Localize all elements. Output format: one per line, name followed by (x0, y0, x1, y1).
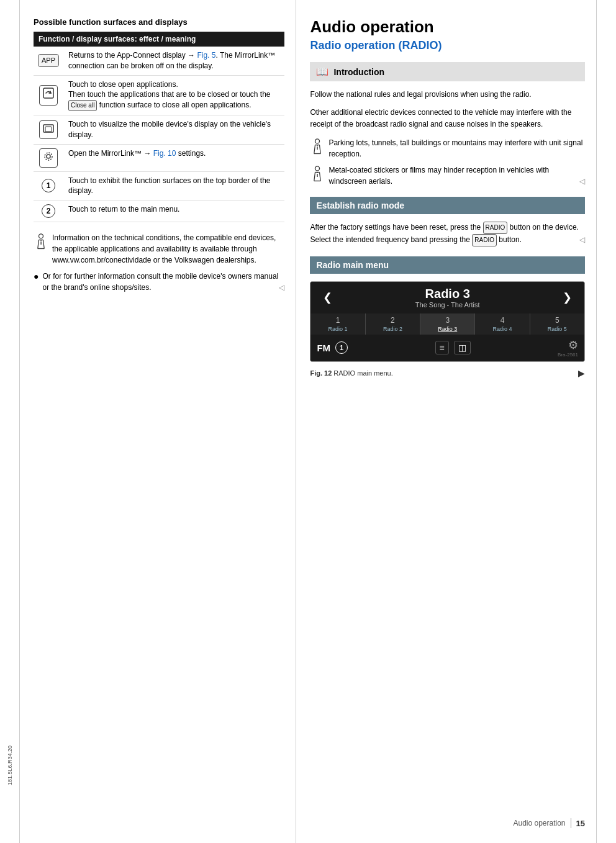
footer-page-number: 15 (576, 819, 585, 828)
table-header: Function / display surfaces: effect / me… (34, 32, 284, 47)
info-block: i Information on the technical condition… (34, 232, 284, 266)
row-text-gear: Open the MirrorLink™ → Fig. 10 settings. (63, 144, 284, 171)
footer-divider (571, 818, 571, 828)
right-column: Audio operation Radio operation (RADIO) … (296, 0, 596, 843)
fig-description: RADIO main menu. (333, 369, 392, 377)
svg-line-15 (320, 145, 321, 153)
left-column: Possible function surfaces and displays … (20, 0, 296, 843)
svg-point-17 (315, 166, 320, 170)
right-margin (596, 0, 616, 843)
left-section-title: Possible function surfaces and displays (34, 17, 284, 27)
function-table: Function / display surfaces: effect / me… (34, 32, 284, 222)
icon-cell-close (34, 75, 63, 115)
row-text-app: Returns to the App-Connect display → Fig… (63, 47, 284, 75)
table-row: Open the MirrorLink™ → Fig. 10 settings. (34, 144, 284, 171)
preset-item-1[interactable]: 1 Radio 1 (310, 313, 365, 335)
row-text-circle1: Touch to exhibit the function surfaces o… (63, 171, 284, 201)
chapter-subtitle: Radio operation (RADIO) (310, 39, 585, 52)
circle-1-icon: 1 (42, 179, 55, 192)
svg-rect-2 (45, 127, 52, 132)
radio-menu-section-header: Radio main menu (310, 256, 585, 274)
close-all-btn: Close all (68, 100, 97, 111)
table-row: APP Returns to the App-Connect display →… (34, 47, 284, 75)
icon-cell-circle2: 2 (34, 201, 63, 222)
preset-label-4: Radio 4 (493, 326, 512, 332)
info-item-stickers: i Metal-coated stickers or films may hin… (310, 165, 585, 187)
radio-prev-button[interactable]: ❮ (318, 291, 337, 304)
radio-band-label: FM (317, 343, 330, 353)
preset-number-4: 4 (500, 316, 505, 325)
circle-2-icon: 2 (42, 204, 55, 218)
radio-ui-mockup: ❮ Radio 3 The Song - The Artist ❯ 1 Radi… (310, 281, 585, 362)
svg-point-5 (39, 234, 43, 238)
intro-para-1: Follow the national rules and legal prov… (310, 89, 585, 101)
radio-station-subtitle: The Song - The Artist (415, 301, 480, 309)
radio-gear-icon[interactable]: ⚙ (568, 338, 578, 352)
triangle-end-icon-3: ◁ (579, 234, 585, 246)
radio-bottom-bar: FM 1 ≡ ◫ ⚙ Bra-2561 (310, 335, 584, 361)
radio-next-button[interactable]: ❯ (558, 291, 577, 304)
preset-item-3[interactable]: 3 Radio 3 (420, 313, 475, 335)
radio-media-button[interactable]: ◫ (454, 341, 471, 354)
info-text-parking: Parking lots, tunnels, tall buildings or… (328, 137, 585, 160)
triangle-end-icon: ◁ (279, 282, 284, 293)
radio-button-inline-2: RADIO (472, 234, 497, 246)
preset-item-2[interactable]: 2 Radio 2 (366, 313, 420, 335)
establish-header-label: Establish radio mode (316, 201, 404, 210)
svg-point-4 (45, 153, 52, 160)
icon-cell-circle1: 1 (34, 171, 63, 201)
triangle-end-icon-2: ◁ (579, 176, 585, 187)
book-icon: 📖 (316, 66, 328, 78)
close-apps-svg (42, 87, 55, 99)
preset-item-4[interactable]: 4 Radio 4 (475, 313, 530, 335)
margin-text: 181.5L6.R34.20 (7, 746, 13, 785)
table-row: Touch to visualize the mobile device's d… (34, 115, 284, 145)
svg-line-9 (43, 240, 45, 249)
establish-text: After the factory settings have been res… (310, 222, 585, 246)
table-row: 2 Touch to return to the main menu. (34, 201, 284, 222)
fig10-link: Fig. 10 (153, 149, 176, 158)
preset-item-5[interactable]: 5 Radio 5 (530, 313, 584, 335)
fig5-link: Fig. 5 (197, 51, 215, 60)
intro-section-header: 📖 Introduction (310, 62, 585, 81)
radio-bottom-icons: ≡ ◫ (435, 341, 471, 354)
preset-label-1: Radio 1 (328, 326, 348, 332)
icon-cell-gear (34, 144, 63, 171)
preset-number-3: 3 (445, 316, 450, 325)
bullet-text-1: Or for for further information consult t… (42, 271, 284, 293)
fig-number: Fig. 12 (310, 369, 332, 377)
close-icon (39, 85, 58, 106)
icon-cell-screen (34, 115, 63, 145)
row-text-circle2: Touch to return to the main menu. (63, 201, 284, 222)
intro-header-label: Introduction (333, 67, 384, 77)
screen-mirror-icon (39, 120, 58, 140)
person-info-svg: i (34, 233, 48, 251)
radio-presets-row: 1 Radio 1 2 Radio 2 3 Radio 3 4 Radio 4 (310, 313, 584, 335)
preset-number-1: 1 (336, 316, 340, 325)
app-button-icon: APP (38, 54, 59, 67)
intro-para-2: Other additional electric devices connec… (310, 107, 585, 130)
preset-label-3: Radio 3 (438, 326, 457, 332)
gear-settings-icon (39, 148, 58, 168)
bullet-dot: ● (34, 271, 38, 282)
footer-label: Audio operation (513, 819, 565, 827)
fig-arrow-icon: ▶ (578, 368, 585, 378)
mirror-svg (42, 122, 55, 135)
svg-rect-1 (43, 125, 53, 132)
info-text-content: Information on the technical conditions,… (52, 232, 284, 266)
table-row: 1 Touch to exhibit the function surfaces… (34, 171, 284, 201)
preset-label-2: Radio 2 (383, 326, 402, 332)
radio-station-title: Radio 3 (415, 287, 480, 301)
info-person-icon-2: i (310, 137, 325, 156)
svg-point-11 (315, 138, 320, 143)
gear-svg (42, 150, 55, 163)
radio-circle-button[interactable]: 1 (335, 341, 348, 354)
left-margin: 181.5L6.R34.20 (0, 0, 20, 843)
info-person-icon: i (34, 232, 48, 251)
radio-button-inline: RADIO (483, 222, 508, 234)
preset-number-5: 5 (555, 316, 559, 325)
radio-list-button[interactable]: ≡ (435, 341, 449, 354)
svg-line-21 (320, 172, 321, 181)
preset-label-5: Radio 5 (548, 326, 567, 332)
establish-section-header: Establish radio mode (310, 197, 585, 214)
